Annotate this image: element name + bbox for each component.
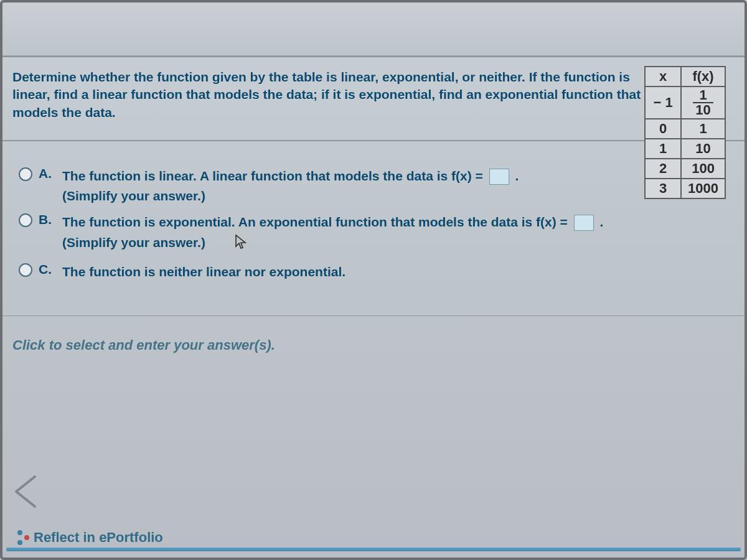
footer: Reflect in ePortfolio	[0, 523, 747, 554]
table-cell-x: 3	[645, 179, 681, 198]
table-cell-fx: 1	[681, 119, 725, 139]
choice-b-text: The function is exponential. An exponent…	[62, 215, 568, 229]
table-row: 1 10	[645, 139, 725, 159]
choice-a[interactable]: A. The function is linear. A linear func…	[19, 166, 735, 203]
radio-a[interactable]	[19, 167, 32, 181]
choice-b[interactable]: B. The function is exponential. An expon…	[19, 212, 735, 254]
function-data-table: x f(x) − 1 1 10 0 1 1 10	[644, 66, 726, 199]
question-block: Determine whether the function given by …	[0, 56, 747, 141]
footer-link-label: Reflect in ePortfolio	[34, 530, 163, 546]
instruction-text: Click to select and enter your answer(s)…	[12, 337, 735, 353]
cursor-icon	[234, 234, 248, 253]
content-area: Determine whether the function given by …	[0, 56, 747, 391]
footer-underline	[6, 548, 741, 551]
question-prompt: Determine whether the function given by …	[12, 68, 660, 121]
choice-letter-c: C.	[39, 262, 56, 277]
radio-c[interactable]	[19, 263, 32, 277]
table-row: 0 1	[645, 119, 725, 139]
choice-body-b: The function is exponential. An exponent…	[62, 212, 735, 254]
table-cell-fx: 1 10	[681, 86, 725, 119]
table-cell-x: 0	[645, 119, 681, 139]
choice-body-c: The function is neither linear nor expon…	[62, 262, 735, 282]
choice-c-text: The function is neither linear nor expon…	[62, 264, 345, 279]
previous-arrow-icon[interactable]	[11, 473, 39, 510]
choice-a-simplify: (Simplify your answer.)	[62, 189, 735, 203]
table-row: − 1 1 10	[645, 86, 725, 119]
answer-input-b[interactable]	[574, 215, 594, 231]
table-row: 3 1000	[645, 179, 725, 198]
choice-body-a: The function is linear. A linear functio…	[62, 166, 735, 203]
table-cell-x: 2	[645, 159, 681, 179]
fraction: 1 10	[693, 88, 713, 117]
table-cell-x: − 1	[645, 86, 681, 119]
choice-b-period: .	[600, 215, 604, 229]
answers-block: A. The function is linear. A linear func…	[0, 141, 747, 316]
choice-c[interactable]: C. The function is neither linear nor ex…	[19, 262, 735, 282]
table-header-x: x	[645, 67, 681, 86]
eportfolio-icon	[17, 530, 27, 545]
table-cell-fx: 100	[681, 159, 725, 179]
radio-b[interactable]	[19, 213, 32, 227]
table-cell-fx: 1000	[681, 179, 725, 198]
table-cell-fx: 10	[681, 139, 725, 159]
answer-input-a[interactable]	[489, 169, 509, 185]
instruction-block: Click to select and enter your answer(s)…	[0, 316, 747, 391]
choice-letter-a: A.	[39, 166, 56, 181]
choice-a-period: .	[515, 169, 519, 183]
choice-letter-b: B.	[39, 212, 56, 227]
reflect-eportfolio-link[interactable]: Reflect in ePortfolio	[17, 530, 163, 546]
table-header-row: x f(x)	[645, 67, 725, 86]
table-row: 2 100	[645, 159, 725, 179]
choice-b-simplify: (Simplify your answer.)	[62, 234, 735, 253]
choice-a-text: The function is linear. A linear functio…	[62, 169, 483, 183]
table-cell-x: 1	[645, 139, 681, 159]
table-header-fx: f(x)	[681, 67, 725, 86]
top-toolbar-area	[0, 0, 747, 56]
